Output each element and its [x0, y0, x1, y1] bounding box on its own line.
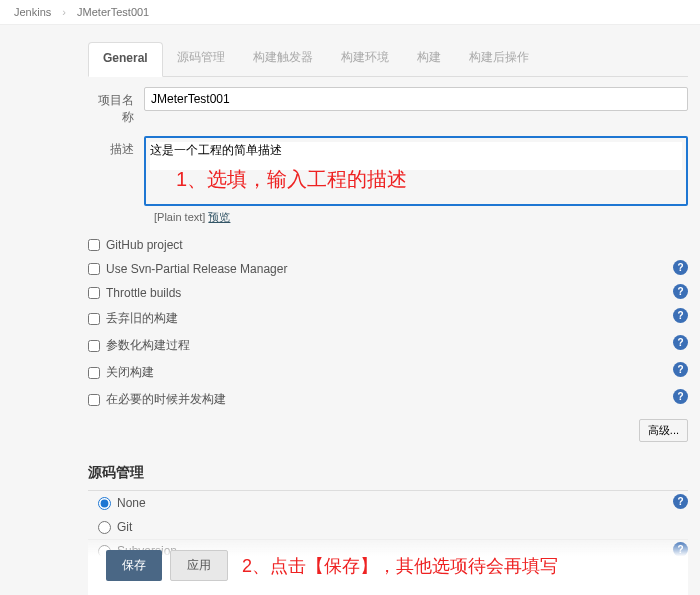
label-concurrent: 在必要的时候并发构建: [106, 391, 226, 408]
tab-triggers[interactable]: 构建触发器: [239, 41, 327, 76]
label-param-build: 参数化构建过程: [106, 337, 190, 354]
label-description: 描述: [88, 136, 144, 158]
breadcrumb-separator: ›: [62, 6, 66, 18]
help-icon[interactable]: ?: [673, 494, 688, 509]
help-icon[interactable]: ?: [673, 308, 688, 323]
check-concurrent[interactable]: [88, 394, 100, 406]
label-scm-git: Git: [117, 520, 132, 534]
tab-build[interactable]: 构建: [403, 41, 455, 76]
annotation-1: 1、选填，输入工程的描述: [176, 166, 407, 193]
label-project-name: 项目名称: [88, 87, 144, 126]
advanced-button[interactable]: 高级...: [639, 419, 688, 442]
check-close-build[interactable]: [88, 367, 100, 379]
tab-env[interactable]: 构建环境: [327, 41, 403, 76]
description-hint: [Plain text] 预览: [154, 206, 688, 233]
check-discard-old[interactable]: [88, 313, 100, 325]
check-svn-partial[interactable]: [88, 263, 100, 275]
breadcrumb-root[interactable]: Jenkins: [14, 6, 51, 18]
check-throttle[interactable]: [88, 287, 100, 299]
check-github-project[interactable]: [88, 239, 100, 251]
section-heading-scm: 源码管理: [88, 456, 688, 491]
tab-general[interactable]: General: [88, 42, 163, 77]
help-icon[interactable]: ?: [673, 260, 688, 275]
label-close-build: 关闭构建: [106, 364, 154, 381]
tab-scm[interactable]: 源码管理: [163, 41, 239, 76]
help-icon[interactable]: ?: [673, 389, 688, 404]
apply-button[interactable]: 应用: [170, 550, 228, 581]
preview-link[interactable]: 预览: [208, 211, 230, 223]
radio-scm-none[interactable]: [98, 497, 111, 510]
label-github-project: GitHub project: [106, 238, 183, 252]
save-button[interactable]: 保存: [106, 550, 162, 581]
breadcrumb-item[interactable]: JMeterTest001: [77, 6, 149, 18]
project-name-input[interactable]: [144, 87, 688, 111]
footer-bar: 保存 应用 2、点击【保存】，其他选项待会再填写: [88, 539, 688, 595]
label-throttle: Throttle builds: [106, 286, 181, 300]
label-svn-partial: Use Svn-Partial Release Manager: [106, 262, 287, 276]
config-tabs: General 源码管理 构建触发器 构建环境 构建 构建后操作: [88, 41, 688, 77]
help-icon[interactable]: ?: [673, 335, 688, 350]
help-icon[interactable]: ?: [673, 362, 688, 377]
tab-postbuild[interactable]: 构建后操作: [455, 41, 543, 76]
help-icon[interactable]: ?: [673, 284, 688, 299]
breadcrumb: Jenkins › JMeterTest001: [0, 0, 700, 25]
label-scm-none: None: [117, 496, 146, 510]
annotation-2: 2、点击【保存】，其他选项待会再填写: [242, 554, 558, 578]
label-discard-old: 丢弃旧的构建: [106, 310, 178, 327]
check-param-build[interactable]: [88, 340, 100, 352]
radio-scm-git[interactable]: [98, 521, 111, 534]
